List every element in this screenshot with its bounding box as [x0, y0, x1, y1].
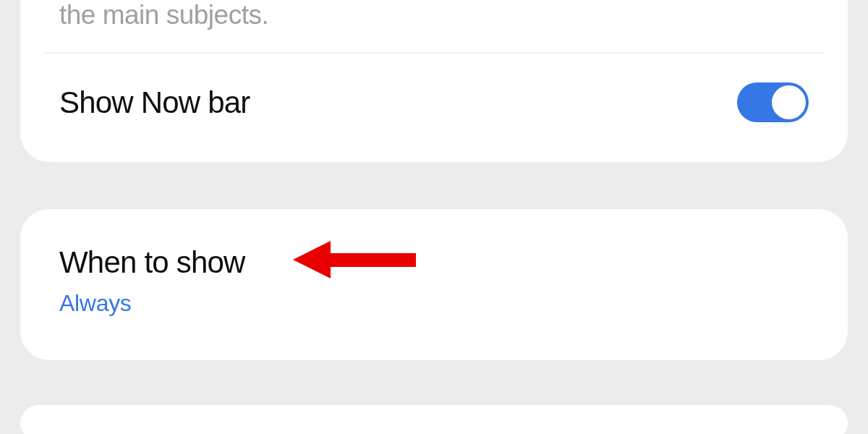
toggle-knob [772, 85, 806, 119]
settings-card-bottom [20, 405, 848, 434]
when-to-show-card[interactable]: When to show Always [20, 209, 848, 360]
when-to-show-value: Always [59, 290, 809, 317]
show-now-bar-row[interactable]: Show Now bar [20, 54, 848, 122]
cutoff-description-text: the main subjects. [20, 0, 848, 52]
settings-card-top: the main subjects. Show Now bar [20, 0, 848, 162]
show-now-bar-label: Show Now bar [59, 85, 250, 120]
when-to-show-title: When to show [59, 245, 809, 280]
show-now-bar-toggle[interactable] [737, 82, 809, 122]
